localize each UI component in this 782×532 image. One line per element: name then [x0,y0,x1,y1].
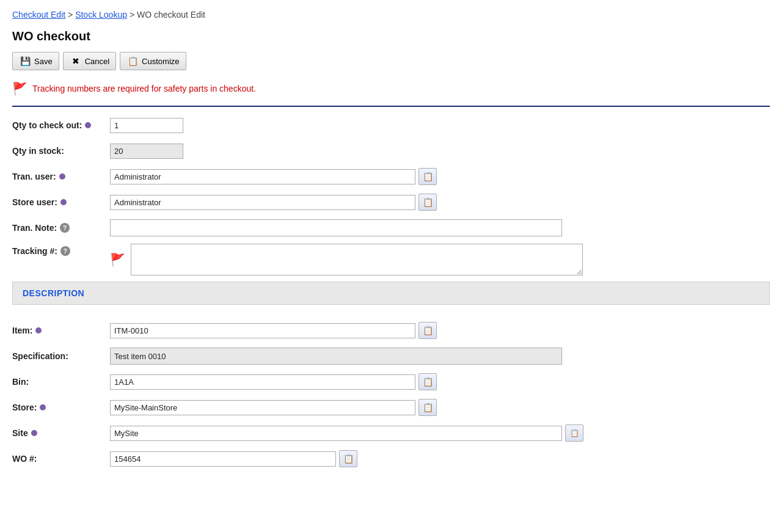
warning-flag-icon: 🚩 [12,81,27,96]
bin-input[interactable] [110,374,415,390]
tran-note-help-icon[interactable]: ? [60,223,70,233]
bin-row: Bin: 📋 [12,372,770,392]
site-input[interactable] [110,426,562,441]
store-user-row: Store user: 📋 [12,192,770,212]
tracking-label: Tracking #: ? [12,244,110,256]
tracking-help-icon[interactable]: ? [60,246,70,256]
save-label: Save [34,57,53,66]
breadcrumb-sep2: > [130,10,137,20]
tran-note-input[interactable] [110,219,562,236]
specification-input [110,348,562,365]
bin-input-wrap: 📋 [110,373,770,390]
item-input-wrap: 📋 [110,322,770,339]
store-user-label: Store user: [12,197,110,207]
site-row: Site 📋 [12,423,770,443]
tran-user-row: Tran. user: 📋 [12,167,770,186]
breadcrumb-stock-lookup[interactable]: Stock Lookup [75,10,127,20]
wo-label: WO #: [12,454,110,464]
bin-lookup-button[interactable]: 📋 [418,373,437,390]
qty-checkout-input[interactable] [110,118,183,133]
tran-user-input[interactable] [110,169,415,184]
store-lookup-button[interactable]: 📋 [418,399,437,416]
tran-user-lookup-icon: 📋 [423,172,433,181]
breadcrumb-checkout-edit[interactable]: Checkout Edit [12,10,65,20]
form-section: Qty to check out: Qty in stock: Tran. us… [12,107,770,275]
bin-lookup-icon: 📋 [423,377,433,387]
qty-stock-input [110,144,183,159]
specification-label: Specification: [12,351,110,361]
cancel-icon: ✖ [70,55,82,67]
breadcrumb-current: WO checkout Edit [137,10,205,20]
specification-input-wrap [110,348,770,365]
wo-row: WO #: 📋 [12,449,770,468]
tran-user-required-dot [59,173,65,180]
bin-label: Bin: [12,377,110,387]
site-lookup-button[interactable]: 📋 [565,425,583,442]
site-lookup-icon: 📋 [570,429,579,437]
wo-lookup-button[interactable]: 📋 [339,450,357,467]
site-label: Site [12,428,110,438]
customize-button[interactable]: 📋 Customize [120,52,186,70]
item-label: Item: [12,326,110,335]
store-user-input[interactable] [110,195,415,210]
store-required-dot [40,404,46,410]
store-input[interactable] [110,400,415,415]
toolbar: 💾 Save ✖ Cancel 📋 Customize [12,52,770,70]
breadcrumb-sep1: > [68,10,75,20]
warning-text: Tracking numbers are required for safety… [32,84,256,93]
description-section: Item: 📋 Specification: Bin: [12,312,770,468]
qty-checkout-row: Qty to check out: [12,115,770,135]
cancel-button[interactable]: ✖ Cancel [63,52,116,70]
description-header-text: DESCRIPTION [23,288,84,298]
store-row: Store: 📋 [12,398,770,417]
item-required-dot [35,327,42,333]
tran-user-lookup-button[interactable]: 📋 [418,168,437,185]
qty-checkout-input-wrap [110,118,770,133]
cancel-label: Cancel [85,57,109,66]
page-title: WO checkout [12,29,770,43]
warning-bar: 🚩 Tracking numbers are required for safe… [12,78,770,100]
specification-row: Specification: [12,346,770,366]
store-user-lookup-button[interactable]: 📋 [418,194,437,211]
qty-stock-row: Qty in stock: [12,141,770,161]
qty-checkout-required-dot [85,122,91,128]
qty-stock-input-wrap [110,144,770,159]
tran-note-label: Tran. Note: ? [12,223,110,233]
item-lookup-button[interactable]: 📋 [418,322,437,339]
store-user-input-wrap: 📋 [110,194,770,211]
tracking-row: Tracking #: ? 🚩 [12,244,770,275]
qty-stock-label: Qty in stock: [12,146,110,156]
description-section-header: DESCRIPTION [12,282,770,305]
site-required-dot [31,430,37,436]
wo-lookup-icon: 📋 [343,454,354,464]
tran-user-input-wrap: 📋 [110,168,770,185]
store-user-lookup-icon: 📋 [423,197,433,207]
site-input-wrap: 📋 [110,425,770,442]
item-input[interactable] [110,323,415,338]
tran-note-input-wrap [110,219,770,236]
wo-input-wrap: 📋 [110,450,770,467]
tracking-textarea[interactable] [131,244,583,275]
store-input-wrap: 📋 [110,399,770,416]
item-lookup-icon: 📋 [423,326,433,335]
store-user-required-dot [60,199,67,205]
tracking-flag-icon: 🚩 [110,252,125,267]
qty-checkout-label: Qty to check out: [12,120,110,130]
item-row: Item: 📋 [12,321,770,340]
tran-note-row: Tran. Note: ? [12,218,770,238]
store-lookup-icon: 📋 [423,403,433,412]
store-label: Store: [12,403,110,412]
tracking-input-wrap: 🚩 [110,244,770,275]
save-button[interactable]: 💾 Save [12,52,59,70]
breadcrumb: Checkout Edit > Stock Lookup > WO checko… [12,10,770,20]
wo-input[interactable] [110,451,336,467]
customize-icon: 📋 [126,55,139,67]
customize-label: Customize [142,57,179,66]
save-icon: 💾 [19,55,31,67]
tran-user-label: Tran. user: [12,172,110,181]
